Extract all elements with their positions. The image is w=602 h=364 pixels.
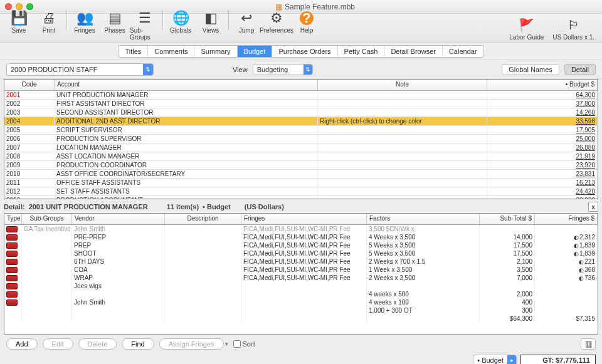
table-row[interactable]: 2007LOCATION MANAGER26,880 — [4, 143, 598, 152]
cell-vendor: PREP — [72, 241, 165, 249]
dcol-type[interactable]: Type — [4, 214, 22, 224]
toolbar-sub-groups[interactable]: ☰Sub-Groups — [130, 9, 160, 41]
global-names-button[interactable]: Global Names — [502, 64, 559, 75]
dcol-vendor[interactable]: Vendor — [72, 214, 165, 224]
col-account-header[interactable]: Account — [55, 80, 318, 90]
detail-row[interactable]: $64,300$7,315 — [4, 315, 598, 323]
col-note-header[interactable]: Note — [318, 80, 487, 90]
cell-code: 2002 — [4, 100, 55, 108]
toolbar-labor-guide[interactable]: 🚩Labor Guide — [509, 16, 544, 41]
detail-row[interactable]: SHOOTFICA,Medi,FUI,SUI-MI,WC-MI,PR Fee5 … — [4, 249, 598, 257]
cell-sub — [22, 266, 72, 274]
cell-account: LOCATION MANAGER — [55, 143, 318, 152]
tab-purchase-orders[interactable]: Purchase Orders — [272, 46, 337, 57]
cell-account: ASST OFFICE COORDINATOR/SECRETARY — [55, 170, 318, 178]
cell-subtotal: 14,000 — [480, 233, 535, 241]
columns-icon[interactable]: ▥ — [581, 338, 596, 350]
tab-budget[interactable]: Budget — [238, 46, 273, 57]
detail-row[interactable]: 6TH DAYSFICA,Medi,FUI,SUI-MI,WC-MI,PR Fe… — [4, 257, 598, 266]
detail-row[interactable]: COAFICA,Medi,FUI,SUI-MI,WC-MI,PR Fee1 We… — [4, 266, 598, 274]
toolbar-help[interactable]: ?Help — [292, 9, 322, 41]
detail-row[interactable]: John Smith4 weeks x 100400 — [4, 298, 598, 306]
table-row[interactable]: 2009PRODUCTION COORDINATOR23,920 — [4, 161, 598, 170]
footer-budget-combo[interactable]: • Budget ▸ — [473, 355, 517, 364]
cell-subtotal — [480, 282, 535, 290]
assign-dropdown-icon[interactable]: ▾ — [225, 341, 228, 347]
tab-detail-browser[interactable]: Detail Browser — [384, 46, 443, 57]
cell-type — [4, 257, 22, 266]
detail-title: 2001 UNIT PRODUCTION MANAGER — [29, 203, 148, 211]
toolbar-globals[interactable]: 🌐Globals — [166, 9, 196, 41]
table-row[interactable]: 2010ASST OFFICE COORDINATOR/SECRETARY23,… — [4, 170, 598, 179]
detail-row[interactable]: PREPFICA,Medi,FUI,SUI-MI,WC-MI,PR Fee5 W… — [4, 241, 598, 249]
toolbar-us-dollars-x-1-[interactable]: 🏳US Dollars x 1. — [552, 16, 594, 41]
cell-note — [318, 100, 487, 108]
toolbar-print[interactable]: 🖨Print — [34, 9, 64, 41]
sort-checkbox-input[interactable] — [233, 340, 241, 348]
cell-note — [318, 170, 487, 178]
detail-row[interactable]: 4 weeks x 5002,000 — [4, 290, 598, 298]
toolbar-preferences[interactable]: ⚙Preferences — [261, 9, 292, 41]
toolbar-save[interactable]: 💾Save — [4, 9, 34, 41]
delete-button[interactable]: Delete — [78, 338, 117, 350]
cell-fringes — [241, 298, 367, 306]
table-row[interactable]: 2003SECOND ASSISTANT DIRECTOR14,260 — [4, 108, 598, 117]
views-icon: ◧ — [202, 9, 219, 27]
assign-fringes-button[interactable]: Assign Fringes — [159, 338, 224, 350]
detail-row[interactable]: WRAPFICA,Medi,FUI,SUI-MI,WC-MI,PR Fee2 W… — [4, 274, 598, 282]
detail-row[interactable]: Joes wigs — [4, 282, 598, 290]
detail-button[interactable]: Detail — [564, 64, 596, 75]
toolbar-views[interactable]: ◧Views — [196, 9, 226, 41]
detail-row[interactable]: PRE-PREPFICA,Medi,FUI,SUI-MI,WC-MI,PR Fe… — [4, 233, 598, 241]
tab-titles[interactable]: Titles — [119, 46, 148, 57]
edit-button[interactable]: Edit — [43, 338, 73, 350]
toolbar-jump[interactable]: ↩Jump — [231, 9, 261, 41]
dcol-sub[interactable]: Sub-Groups — [22, 214, 72, 224]
col-budget-header[interactable]: • Budget $ — [487, 80, 598, 90]
table-row[interactable]: 2002FIRST ASSISTANT DIRECTOR37,800 — [4, 100, 598, 108]
cell-account: SET STAFF ASSISTANTS — [55, 187, 318, 195]
tab-row: TitlesCommentsSummaryBudgetPurchase Orde… — [0, 43, 602, 60]
detail-row[interactable]: 1,000 + 300 OT300 — [4, 306, 598, 315]
table-row[interactable]: 2011OFFICE STAFF ASSISTANTS16,213 — [4, 179, 598, 187]
col-code-header[interactable]: Code — [4, 80, 55, 90]
table-row[interactable]: 2006PRODUCTION SUPERVISOR25,000 — [4, 135, 598, 143]
view-combo[interactable]: Budgeting ⇅ — [253, 64, 313, 75]
table-row[interactable]: 2013PRODUCTION ACCOUNTANT38,080 — [4, 196, 598, 199]
dcol-subtotal[interactable]: Sub-Total $ — [480, 214, 535, 224]
chevron-updown-icon[interactable]: ⇅ — [143, 64, 153, 75]
table-row[interactable]: 2005SCRIPT SUPERVISOR17,905 — [4, 126, 598, 135]
dcol-factors[interactable]: Factors — [367, 214, 480, 224]
table-row[interactable]: 2012SET STAFF ASSISTANTS24,420 — [4, 187, 598, 196]
detail-body[interactable]: GA Tax IncentiveJohn SmithFICA,Medi,FUI,… — [4, 225, 598, 335]
dcol-desc[interactable]: Description — [165, 214, 241, 224]
tab-comments[interactable]: Comments — [148, 46, 194, 57]
account-combo[interactable]: 2000 PRODUCTION STAFF ⇅ — [6, 63, 154, 76]
find-button[interactable]: Find — [122, 338, 154, 350]
toolbar-phases[interactable]: ▤Phases — [100, 9, 130, 41]
close-detail-button[interactable]: x — [588, 202, 598, 212]
dcol-fringes-amt[interactable]: Fringes $ — [535, 214, 598, 224]
cell-factors: 4 weeks x 500 — [367, 290, 480, 298]
cell-fringes-amt — [535, 298, 598, 306]
detail-row[interactable]: GA Tax IncentiveJohn SmithFICA,Medi,FUI,… — [4, 225, 598, 233]
table-row[interactable]: 2004ADDITIONAL 2ND ASST DIRECTORRight-cl… — [4, 117, 598, 126]
cell-sub — [22, 257, 72, 266]
cell-budget: 37,800 — [487, 100, 598, 108]
tab-petty-cash[interactable]: Petty Cash — [338, 46, 385, 57]
table-body[interactable]: 2001UNIT PRODUCTION MANAGER64,3002002FIR… — [4, 91, 598, 199]
selector-row: 2000 PRODUCTION STAFF ⇅ View Budgeting ⇅… — [0, 60, 602, 79]
tab-summary[interactable]: Summary — [194, 46, 237, 57]
dcol-fringes[interactable]: Fringes — [241, 214, 367, 224]
cell-vendor — [72, 290, 165, 298]
chevron-right-icon[interactable]: ▸ — [507, 355, 516, 364]
chevron-updown-icon[interactable]: ⇅ — [304, 65, 312, 75]
add-button[interactable]: Add — [6, 338, 38, 350]
table-row[interactable]: 2001UNIT PRODUCTION MANAGER64,300 — [4, 91, 598, 100]
table-row[interactable]: 2008ASST LOCATION MANAGER21,919 — [4, 152, 598, 161]
tab-calendar[interactable]: Calendar — [443, 46, 483, 57]
cell-note — [318, 179, 487, 187]
print-icon: 🖨 — [40, 9, 58, 27]
toolbar-fringes[interactable]: 👥Fringes — [70, 9, 100, 41]
sort-checkbox[interactable]: Sort — [233, 340, 255, 348]
